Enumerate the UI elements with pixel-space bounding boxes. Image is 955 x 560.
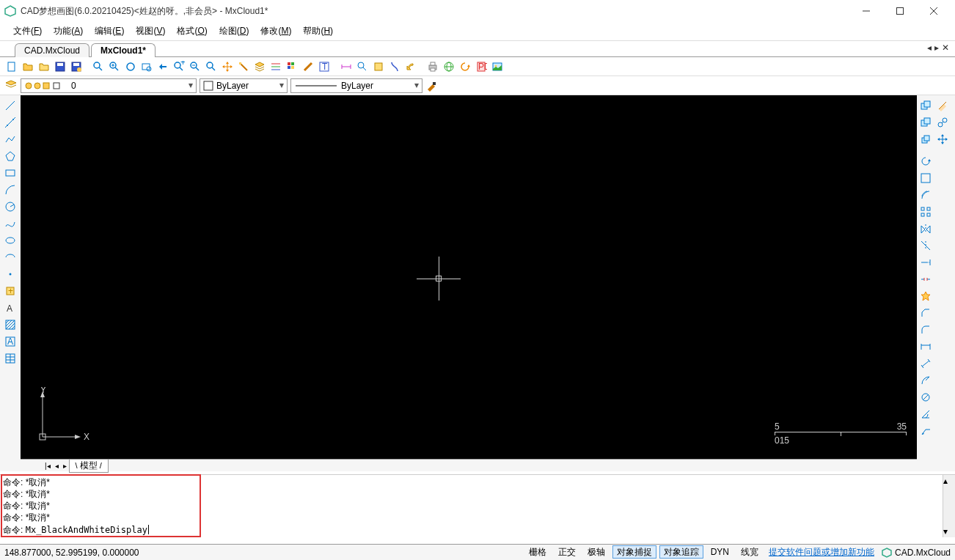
zoom-out-icon[interactable] xyxy=(188,59,202,74)
menu-h[interactable]: 帮助(H) xyxy=(297,23,339,40)
menu-e[interactable]: 编辑(E) xyxy=(89,23,130,40)
offset-icon[interactable] xyxy=(918,188,933,202)
text-icon[interactable]: A xyxy=(3,301,18,315)
dim-diameter-icon[interactable] xyxy=(918,390,933,405)
tab-next-icon[interactable]: ▸ xyxy=(934,43,939,53)
color-combo[interactable]: ByLayer xyxy=(200,78,288,93)
dimstyle-icon[interactable] xyxy=(355,59,370,74)
spline-icon[interactable] xyxy=(3,216,18,231)
minimize-button[interactable] xyxy=(849,0,883,22)
extend-icon[interactable] xyxy=(918,255,933,270)
block-icon[interactable] xyxy=(371,59,386,74)
close-button[interactable] xyxy=(917,0,951,22)
layer-manager-icon[interactable] xyxy=(4,79,18,92)
tab-prev-icon[interactable]: ◂ xyxy=(927,43,932,53)
open-file-icon[interactable] xyxy=(21,59,35,74)
new-file-icon[interactable] xyxy=(4,59,19,74)
properties-icon[interactable] xyxy=(236,59,251,74)
menu-o[interactable]: 格式(O) xyxy=(171,23,213,40)
print-icon[interactable] xyxy=(425,59,440,74)
dim-linear-icon[interactable] xyxy=(918,339,933,354)
menu-v[interactable]: 视图(V) xyxy=(130,23,171,40)
model-tab-next-icon[interactable]: ▸ xyxy=(61,462,69,470)
save-icon[interactable] xyxy=(53,59,67,74)
fillet-icon[interactable] xyxy=(918,323,933,337)
trim-icon[interactable] xyxy=(918,238,933,253)
status-toggle[interactable]: 栅格 xyxy=(524,545,551,559)
rotate-icon[interactable] xyxy=(918,154,933,169)
status-toggle[interactable]: 极轴 xyxy=(583,545,610,559)
zoom-icon[interactable] xyxy=(91,59,106,74)
scroll-up-icon[interactable]: ▴ xyxy=(943,475,955,487)
command-scrollbar[interactable]: ▴ ▾ xyxy=(943,475,955,537)
scroll-down-icon[interactable]: ▾ xyxy=(943,526,955,537)
undo-icon[interactable] xyxy=(403,59,418,74)
circle-icon[interactable] xyxy=(3,199,18,214)
table-icon[interactable] xyxy=(3,351,18,366)
open-folder-icon[interactable] xyxy=(37,59,51,74)
lineweight-brush-icon[interactable] xyxy=(425,80,437,92)
polygon-icon[interactable] xyxy=(3,149,18,163)
dim-icon[interactable] xyxy=(339,59,354,74)
array-icon[interactable] xyxy=(918,205,933,219)
layer-icon[interactable] xyxy=(252,59,267,74)
paste-icon[interactable] xyxy=(918,115,933,130)
zoom-realtime-icon[interactable]: + xyxy=(172,59,186,74)
model-tab-prev-icon[interactable]: ◂ xyxy=(53,462,61,470)
block-insert-icon[interactable]: + xyxy=(3,284,18,298)
explode-icon[interactable] xyxy=(918,289,933,303)
lineweight-icon[interactable] xyxy=(301,59,315,74)
linetype-combo[interactable]: ByLayer xyxy=(290,78,422,93)
xline-icon[interactable] xyxy=(3,115,18,130)
move-cross-icon[interactable] xyxy=(935,132,950,147)
erase-icon[interactable] xyxy=(935,98,950,113)
menu-d[interactable]: 绘图(D) xyxy=(213,23,255,40)
point-icon[interactable] xyxy=(3,267,18,281)
saveas-icon[interactable] xyxy=(69,59,84,74)
dim-angular-icon[interactable] xyxy=(918,407,933,421)
chamfer-icon[interactable] xyxy=(918,306,933,320)
hatch-icon[interactable] xyxy=(3,317,18,332)
layer-combo[interactable]: 0 xyxy=(21,78,197,93)
linetype-icon[interactable] xyxy=(268,59,283,74)
status-toggle[interactable]: 正交 xyxy=(554,545,580,559)
zoom-window-icon[interactable] xyxy=(139,59,154,74)
web-icon[interactable] xyxy=(442,59,456,74)
dim-aligned-icon[interactable] xyxy=(918,356,933,371)
zoom-in-icon[interactable] xyxy=(107,59,122,74)
image-icon[interactable] xyxy=(490,59,505,74)
menu-f[interactable]: 文件(F) xyxy=(7,23,48,40)
menu-a[interactable]: 功能(A) xyxy=(48,23,89,40)
scale-icon[interactable] xyxy=(918,171,933,185)
duplicate-icon[interactable] xyxy=(918,132,933,147)
zoom-prev-icon[interactable] xyxy=(155,59,170,74)
refresh-icon[interactable] xyxy=(458,59,472,74)
doctab[interactable]: CAD.MxCloud xyxy=(15,43,89,57)
textstyle-icon[interactable]: T xyxy=(317,59,332,74)
polyline-icon[interactable] xyxy=(3,132,18,147)
tab-close-icon[interactable]: ✕ xyxy=(942,43,949,53)
mirror-icon[interactable] xyxy=(918,221,933,236)
status-toggle[interactable]: 对象捕捉 xyxy=(612,545,656,559)
zoom-all-icon[interactable] xyxy=(204,59,219,74)
rectangle-icon[interactable] xyxy=(3,166,18,180)
status-toggle[interactable]: DYN xyxy=(706,545,733,559)
pdf-icon[interactable]: PDF xyxy=(474,59,489,74)
dim-radius-icon[interactable] xyxy=(918,373,933,388)
ellipse-arc-icon[interactable] xyxy=(3,250,18,265)
leader-icon[interactable] xyxy=(918,424,933,438)
status-toggle[interactable]: 线宽 xyxy=(736,545,763,559)
ellipse-icon[interactable] xyxy=(3,233,18,248)
pan-icon[interactable] xyxy=(220,59,235,74)
break-icon[interactable] xyxy=(918,272,933,287)
tab-model[interactable]: \ 模型 / xyxy=(69,459,109,473)
status-toggle[interactable]: 对象追踪 xyxy=(659,545,703,559)
color-icon[interactable] xyxy=(285,59,299,74)
model-tab-first-icon[interactable]: |◂ xyxy=(43,462,53,470)
arc-icon[interactable] xyxy=(3,183,18,197)
drawing-canvas[interactable]: Y X 535 015 xyxy=(21,95,917,459)
maximize-button[interactable] xyxy=(883,0,917,22)
clean-icon[interactable] xyxy=(387,59,402,74)
mtext-icon[interactable]: A xyxy=(3,334,18,349)
move-icon[interactable] xyxy=(935,115,950,130)
